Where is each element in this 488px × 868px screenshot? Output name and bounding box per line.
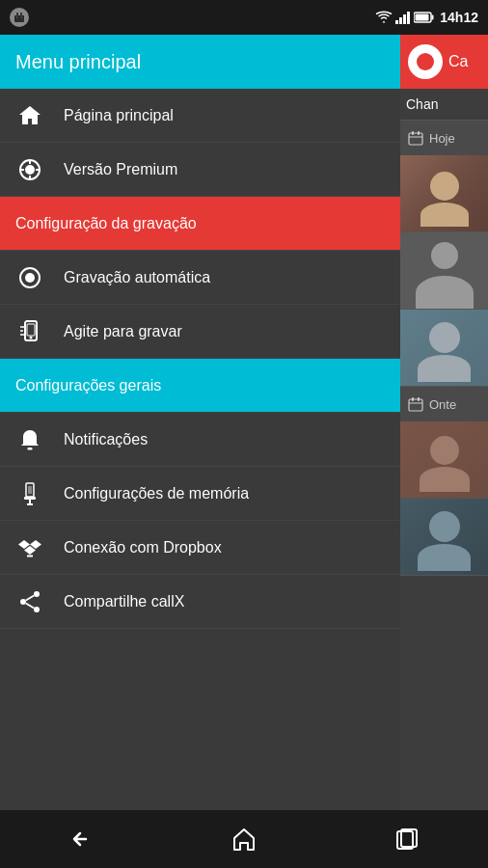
svg-rect-4 [395,20,398,24]
home-icon [15,101,44,130]
android-icon [10,8,29,27]
menu-item-general-settings-label: Configurações gerais [15,377,161,394]
svg-point-2 [16,16,17,17]
svg-rect-7 [407,12,410,24]
menu-item-notifications-label: Notificações [64,431,148,448]
contact-row-3[interactable] [400,310,488,387]
yesterday-label: Onte [429,397,456,412]
svg-point-41 [34,607,40,612]
svg-rect-11 [409,133,422,145]
chan-label: Chan [400,89,488,121]
avatar-5 [400,499,488,576]
bell-icon [15,425,44,454]
wifi-icon [375,11,393,24]
status-icons [375,11,435,24]
avatar-4 [400,421,488,499]
svg-rect-15 [409,399,422,411]
avatar-1 [400,155,488,232]
main-header-title: Ca [448,53,468,70]
home-button[interactable] [215,820,273,858]
usb-icon [15,479,44,508]
status-left [10,8,29,27]
menu-item-share-label: Compartilhe callX [64,593,184,610]
main-header: Ca [400,35,488,89]
svg-rect-16 [412,397,414,401]
svg-point-3 [21,16,22,17]
svg-line-42 [26,595,34,600]
recents-icon [394,827,420,852]
section-header-today: Hoje [400,121,488,155]
share-icon [15,587,44,616]
svg-rect-10 [416,14,429,21]
signal-icon [395,11,411,24]
record-circle-icon [15,263,44,292]
menu-item-general-settings[interactable]: Configurações gerais [0,359,400,413]
menu-item-memory-settings[interactable]: Configurações de memória [0,467,400,521]
svg-point-40 [20,599,26,605]
menu-item-recording-config[interactable]: Configuração da gravação [0,197,400,251]
menu-item-auto-record[interactable]: Gravação automática [0,251,400,305]
menu-item-share[interactable]: Compartilhe callX [0,575,400,629]
menu-item-shake-record-label: Agite para gravar [64,323,182,340]
svg-rect-33 [28,448,33,450]
menu-item-recording-config-label: Configuração da gravação [15,215,197,232]
status-bar: 14h12 [0,0,488,35]
nav-bar [0,810,488,868]
svg-rect-35 [28,486,32,494]
dropbox-icon [15,533,44,562]
svg-point-39 [34,591,40,597]
svg-rect-17 [418,397,420,401]
recents-button[interactable] [378,820,436,858]
today-label: Hoje [429,131,455,146]
avatar-3 [400,310,488,387]
menu-item-auto-record-label: Gravação automática [64,269,210,286]
svg-point-29 [30,336,33,339]
back-arrow-icon [67,827,95,851]
star-icon [15,155,44,184]
record-dot [417,53,434,70]
phone-shake-icon [15,317,44,346]
app-container: Ca Chan Hoje [0,35,488,810]
menu-item-premium[interactable]: Versão Premium [0,143,400,197]
battery-icon [414,12,435,23]
status-time: 14h12 [440,10,478,25]
menu-item-shake-record[interactable]: Agite para gravar [0,305,400,359]
back-button[interactable] [52,820,110,858]
menu-item-memory-settings-label: Configurações de memória [64,485,249,502]
main-panel: Ca Chan Hoje [400,35,488,810]
avatar-2 [400,232,488,310]
contact-row-5[interactable] [400,499,488,576]
svg-rect-9 [432,15,434,20]
menu-item-notifications[interactable]: Notificações [0,413,400,467]
svg-rect-0 [16,13,18,15]
menu-item-dropbox-label: Conexão com Dropbox [64,539,222,556]
menu-item-premium-label: Versão Premium [64,161,177,178]
svg-rect-28 [27,324,35,336]
drawer-title: Menu principal [15,51,141,73]
svg-rect-1 [20,13,22,15]
drawer: Menu principal Página principal [0,35,400,810]
svg-rect-12 [412,131,414,135]
calendar-icon-yesterday [408,396,423,412]
drawer-header: Menu principal [0,35,400,89]
menu-item-dropbox[interactable]: Conexão com Dropbox [0,521,400,575]
svg-rect-36 [24,497,36,500]
svg-line-43 [26,603,34,608]
svg-point-20 [25,165,35,175]
record-button[interactable] [408,44,443,79]
contact-row-2[interactable] [400,232,488,310]
status-right: 14h12 [375,10,478,25]
calendar-icon-today [408,130,423,146]
svg-point-26 [25,273,35,283]
section-header-yesterday: Onte [400,387,488,421]
menu-item-home[interactable]: Página principal [0,89,400,143]
contact-row-4[interactable] [400,421,488,499]
svg-rect-5 [399,17,402,24]
menu-item-home-label: Página principal [64,107,174,124]
contact-row-1[interactable] [400,155,488,232]
home-outline-icon [230,827,258,852]
svg-rect-13 [418,131,420,135]
svg-rect-6 [403,14,406,24]
